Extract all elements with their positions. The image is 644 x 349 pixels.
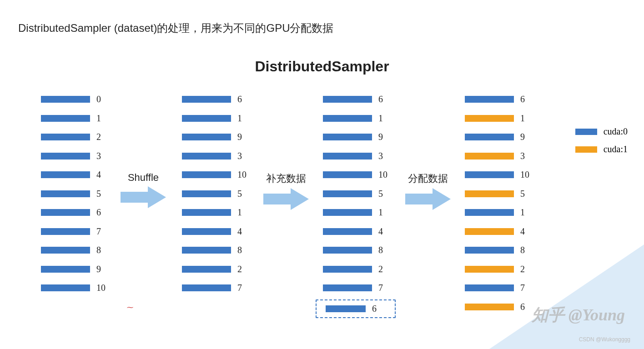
data-row: 5 — [41, 184, 114, 204]
data-index-label: 9 — [378, 132, 383, 142]
data-index-label: 1 — [378, 113, 383, 124]
data-index-label: 6 — [520, 94, 525, 105]
data-row: 1 — [182, 109, 255, 128]
data-index-label: 1 — [520, 207, 525, 218]
data-index-label: 1 — [520, 113, 525, 124]
data-bar — [41, 171, 90, 178]
data-index-label: 6 — [378, 94, 383, 105]
data-bar — [41, 284, 90, 291]
stage-column-0: 012345678910 — [41, 90, 114, 298]
legend-swatch-cuda1 — [575, 146, 597, 153]
data-bar — [326, 305, 366, 312]
data-bar — [323, 266, 372, 273]
data-row: 4 — [41, 165, 114, 184]
data-bar — [323, 96, 372, 103]
data-index-label: 2 — [378, 264, 383, 274]
data-bar — [323, 209, 372, 216]
data-row: 5 — [323, 184, 396, 204]
data-index-label: 3 — [378, 151, 383, 161]
data-index-label: 6 — [372, 304, 377, 314]
data-row: 2 — [182, 260, 255, 279]
data-index-label: 3 — [237, 151, 242, 161]
data-row: 4 — [182, 222, 255, 241]
arrow-right-icon — [121, 186, 166, 208]
data-row: 5 — [182, 184, 255, 204]
data-row: 3 — [182, 147, 255, 166]
legend-cuda0: cuda:0 — [575, 126, 628, 137]
stage-column-1: 619310514827 — [182, 90, 255, 298]
data-index-label: 8 — [378, 245, 383, 255]
data-row: 9 — [465, 128, 538, 147]
data-index-label: 9 — [96, 264, 101, 274]
data-index-label: 0 — [96, 94, 101, 105]
data-index-label: 5 — [378, 189, 383, 199]
data-row: 7 — [323, 279, 396, 298]
data-index-label: 8 — [237, 245, 242, 255]
data-bar — [41, 134, 90, 140]
padded-row: 6 — [316, 299, 396, 319]
data-index-label: 1 — [237, 113, 242, 124]
data-row: 10 — [41, 279, 114, 298]
data-bar — [465, 209, 514, 216]
data-bar — [323, 134, 372, 140]
data-index-label: 2 — [237, 264, 242, 274]
data-index-label: 4 — [378, 226, 383, 237]
data-index-label: 10 — [237, 170, 247, 180]
data-row: 1 — [41, 109, 114, 128]
data-bar — [41, 266, 90, 273]
data-index-label: 10 — [96, 283, 106, 293]
data-row: 7 — [182, 279, 255, 298]
data-row: 8 — [182, 241, 255, 260]
data-index-label: 7 — [378, 283, 383, 293]
data-bar — [41, 96, 90, 103]
transition-arrow-1: 补充数据 — [257, 172, 316, 210]
data-bar — [182, 96, 231, 103]
data-bar — [182, 209, 231, 216]
data-bar — [323, 228, 372, 235]
data-row: 9 — [41, 260, 114, 279]
data-index-label: 7 — [237, 283, 242, 293]
data-index-label: 6 — [96, 207, 101, 218]
data-index-label: 5 — [520, 189, 525, 199]
data-bar — [323, 247, 372, 254]
data-index-label: 7 — [96, 226, 101, 237]
data-row: 1 — [465, 109, 538, 128]
data-bar — [323, 115, 372, 122]
data-row: 0 — [41, 90, 114, 109]
data-bar — [465, 190, 514, 197]
data-row: 8 — [323, 241, 396, 260]
stray-mark-icon: ⁓ — [126, 304, 133, 311]
data-row: 4 — [323, 222, 396, 241]
data-bar — [41, 209, 90, 216]
data-row: 1 — [323, 109, 396, 128]
data-row: 7 — [41, 222, 114, 241]
data-row: 3 — [323, 147, 396, 166]
data-index-label: 5 — [96, 189, 101, 199]
arrow-label: 分配数据 — [398, 172, 458, 185]
data-row: 9 — [182, 128, 255, 147]
data-bar — [182, 266, 231, 273]
decorative-triangle — [489, 244, 644, 349]
data-index-label: 3 — [96, 151, 101, 161]
diagram-title: DistributedSampler — [0, 58, 644, 75]
svg-marker-1 — [263, 188, 309, 210]
data-bar — [323, 190, 372, 197]
svg-marker-0 — [121, 186, 166, 208]
data-index-label: 2 — [96, 132, 101, 142]
data-bar — [465, 134, 514, 140]
data-row: 10 — [182, 165, 255, 184]
data-index-label: 10 — [520, 170, 529, 180]
data-bar — [41, 115, 90, 122]
data-index-label: 9 — [237, 132, 242, 142]
data-row: 3 — [465, 147, 538, 166]
data-row: 5 — [465, 184, 538, 204]
data-bar — [182, 190, 231, 197]
data-row: 2 — [41, 128, 114, 147]
data-row: 6 — [465, 90, 538, 109]
data-bar — [182, 284, 231, 291]
data-index-label: 1 — [237, 207, 242, 218]
data-index-label: 6 — [237, 94, 242, 105]
data-row: 1 — [323, 203, 396, 222]
data-index-label: 4 — [520, 226, 525, 237]
data-row: 9 — [323, 128, 396, 147]
